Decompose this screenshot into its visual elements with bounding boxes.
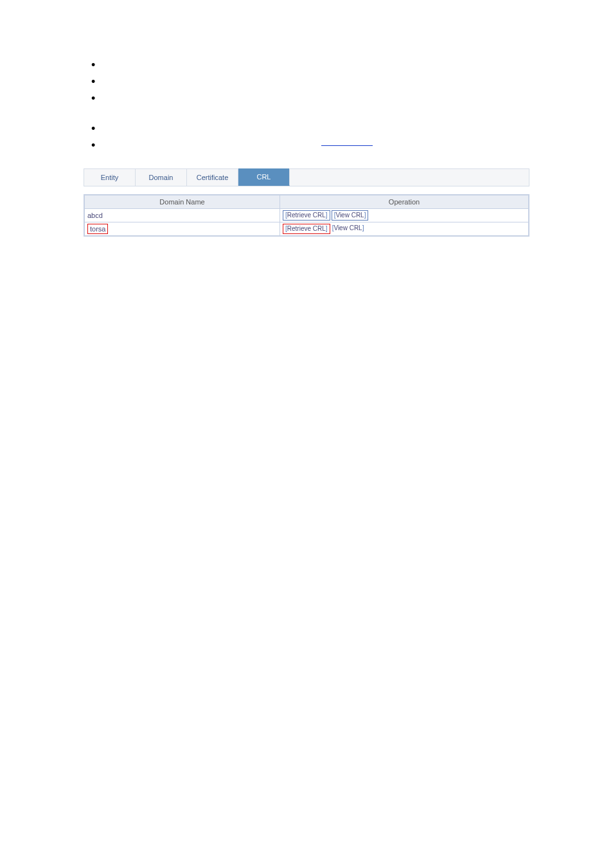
bullet-group-2 xyxy=(84,122,529,152)
cell-operation: Retrieve CRLView CRL xyxy=(280,209,529,222)
retrieve-crl-link[interactable]: Retrieve CRL xyxy=(283,210,330,221)
table-row: abcdRetrieve CRLView CRL xyxy=(85,209,529,222)
cell-domain-name: abcd xyxy=(85,209,280,222)
view-crl-link[interactable]: View CRL xyxy=(332,210,369,221)
bullet-item xyxy=(84,75,529,89)
domain-name-highlight: torsa xyxy=(87,224,108,234)
bullet-group-1 xyxy=(84,58,529,105)
tab-entity[interactable]: Entity xyxy=(84,169,136,186)
tab-certificate[interactable]: Certificate xyxy=(187,169,238,186)
crl-tab-figure: EntityDomainCertificateCRL Domain Name O… xyxy=(84,168,529,237)
cell-operation: Retrieve CRLView CRL xyxy=(280,222,529,236)
view-crl-link[interactable]: View CRL xyxy=(332,224,365,234)
bullet-item xyxy=(84,58,529,72)
th-domain: Domain Name xyxy=(85,195,280,209)
th-operation: Operation xyxy=(280,195,529,209)
bullet-item xyxy=(84,91,529,105)
link-underline[interactable] xyxy=(321,145,373,146)
bullet-item xyxy=(84,122,529,136)
bullet-item xyxy=(84,138,529,152)
tab-crl[interactable]: CRL xyxy=(238,168,290,186)
cell-domain-name: torsa xyxy=(85,222,280,236)
table-row: torsaRetrieve CRLView CRL xyxy=(85,222,529,236)
retrieve-crl-link[interactable]: Retrieve CRL xyxy=(283,224,330,234)
tab-domain[interactable]: Domain xyxy=(136,169,187,186)
